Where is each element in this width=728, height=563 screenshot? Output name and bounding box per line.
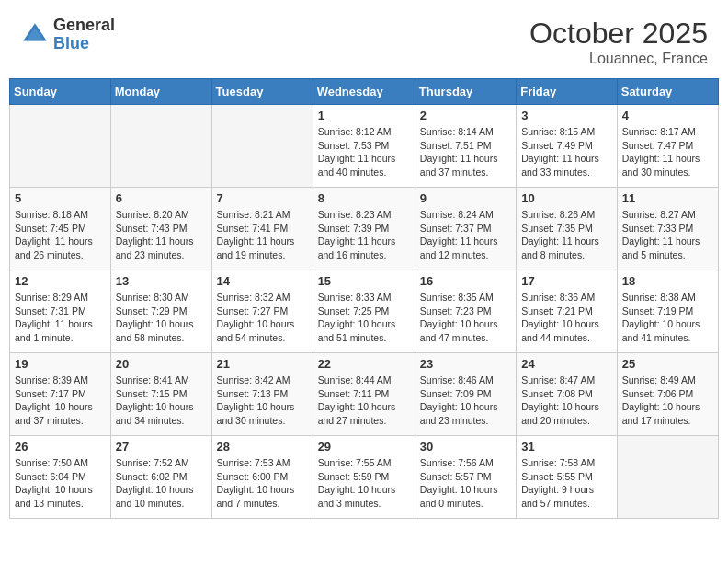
- day-number: 9: [420, 191, 511, 205]
- day-number: 15: [318, 274, 410, 288]
- day-info: Sunrise: 8:27 AMSunset: 7:33 PMDaylight:…: [622, 208, 713, 262]
- weekday-header-row: SundayMondayTuesdayWednesdayThursdayFrid…: [10, 79, 719, 105]
- day-number: 7: [217, 191, 308, 205]
- week-row-2: 5Sunrise: 8:18 AMSunset: 7:45 PMDaylight…: [10, 188, 719, 270]
- day-info: Sunrise: 8:15 AMSunset: 7:49 PMDaylight:…: [521, 125, 612, 179]
- page-header: General Blue October 2025 Louannec, Fran…: [9, 9, 719, 71]
- calendar-cell: 10Sunrise: 8:26 AMSunset: 7:35 PMDayligh…: [517, 188, 618, 270]
- day-info: Sunrise: 8:14 AMSunset: 7:51 PMDaylight:…: [420, 125, 511, 179]
- weekday-header-thursday: Thursday: [415, 79, 516, 105]
- day-info: Sunrise: 8:17 AMSunset: 7:47 PMDaylight:…: [622, 125, 713, 179]
- calendar-cell: [10, 105, 111, 188]
- day-info: Sunrise: 7:55 AMSunset: 5:59 PMDaylight:…: [318, 456, 410, 511]
- weekday-header-sunday: Sunday: [10, 79, 111, 105]
- calendar-cell: 30Sunrise: 7:56 AMSunset: 5:57 PMDayligh…: [415, 436, 516, 519]
- calendar-cell: 12Sunrise: 8:29 AMSunset: 7:31 PMDayligh…: [10, 270, 111, 353]
- day-info: Sunrise: 7:56 AMSunset: 5:57 PMDaylight:…: [420, 456, 511, 511]
- week-row-1: 1Sunrise: 8:12 AMSunset: 7:53 PMDaylight…: [10, 105, 719, 188]
- calendar-cell: 25Sunrise: 8:49 AMSunset: 7:06 PMDayligh…: [617, 353, 718, 436]
- day-info: Sunrise: 8:44 AMSunset: 7:11 PMDaylight:…: [318, 373, 410, 428]
- calendar-cell: 13Sunrise: 8:30 AMSunset: 7:29 PMDayligh…: [110, 270, 211, 353]
- day-number: 17: [521, 274, 612, 288]
- day-info: Sunrise: 8:32 AMSunset: 7:27 PMDaylight:…: [217, 291, 308, 345]
- day-number: 8: [318, 191, 410, 205]
- calendar-cell: [211, 105, 313, 188]
- day-info: Sunrise: 7:58 AMSunset: 5:55 PMDaylight:…: [521, 456, 612, 511]
- calendar-cell: 22Sunrise: 8:44 AMSunset: 7:11 PMDayligh…: [313, 353, 415, 436]
- calendar-cell: 4Sunrise: 8:17 AMSunset: 7:47 PMDaylight…: [617, 105, 718, 188]
- calendar-cell: 29Sunrise: 7:55 AMSunset: 5:59 PMDayligh…: [313, 436, 415, 519]
- day-number: 24: [521, 357, 612, 371]
- calendar-cell: 19Sunrise: 8:39 AMSunset: 7:17 PMDayligh…: [10, 353, 111, 436]
- day-info: Sunrise: 7:50 AMSunset: 6:04 PMDaylight:…: [15, 456, 106, 511]
- calendar-cell: 21Sunrise: 8:42 AMSunset: 7:13 PMDayligh…: [211, 353, 313, 436]
- day-info: Sunrise: 7:52 AMSunset: 6:02 PMDaylight:…: [116, 456, 207, 511]
- day-number: 10: [521, 191, 612, 205]
- day-info: Sunrise: 8:49 AMSunset: 7:06 PMDaylight:…: [622, 373, 713, 428]
- day-info: Sunrise: 8:12 AMSunset: 7:53 PMDaylight:…: [318, 125, 410, 179]
- day-number: 28: [217, 440, 308, 454]
- day-number: 20: [116, 357, 207, 371]
- day-info: Sunrise: 8:33 AMSunset: 7:25 PMDaylight:…: [318, 291, 410, 345]
- day-info: Sunrise: 8:41 AMSunset: 7:15 PMDaylight:…: [116, 373, 207, 428]
- calendar-cell: 6Sunrise: 8:20 AMSunset: 7:43 PMDaylight…: [110, 188, 211, 270]
- day-number: 21: [217, 357, 308, 371]
- day-number: 31: [521, 440, 612, 454]
- week-row-5: 26Sunrise: 7:50 AMSunset: 6:04 PMDayligh…: [10, 436, 719, 519]
- calendar-cell: [110, 105, 211, 188]
- day-number: 25: [622, 357, 713, 371]
- calendar-table: SundayMondayTuesdayWednesdayThursdayFrid…: [9, 78, 719, 519]
- day-number: 11: [622, 191, 713, 205]
- weekday-header-friday: Friday: [517, 79, 618, 105]
- day-info: Sunrise: 8:30 AMSunset: 7:29 PMDaylight:…: [116, 291, 207, 345]
- day-number: 18: [622, 274, 713, 288]
- calendar-cell: 26Sunrise: 7:50 AMSunset: 6:04 PMDayligh…: [10, 436, 111, 519]
- calendar-cell: 5Sunrise: 8:18 AMSunset: 7:45 PMDaylight…: [10, 188, 111, 270]
- day-number: 2: [420, 109, 511, 122]
- day-info: Sunrise: 8:26 AMSunset: 7:35 PMDaylight:…: [521, 208, 612, 262]
- calendar-cell: 27Sunrise: 7:52 AMSunset: 6:02 PMDayligh…: [110, 436, 211, 519]
- week-row-4: 19Sunrise: 8:39 AMSunset: 7:17 PMDayligh…: [10, 353, 719, 436]
- day-info: Sunrise: 8:23 AMSunset: 7:39 PMDaylight:…: [318, 208, 410, 262]
- calendar-cell: 31Sunrise: 7:58 AMSunset: 5:55 PMDayligh…: [517, 436, 618, 519]
- day-number: 1: [318, 109, 410, 122]
- weekday-header-tuesday: Tuesday: [211, 79, 313, 105]
- day-info: Sunrise: 8:29 AMSunset: 7:31 PMDaylight:…: [15, 291, 106, 345]
- day-info: Sunrise: 8:36 AMSunset: 7:21 PMDaylight:…: [521, 291, 612, 345]
- week-row-3: 12Sunrise: 8:29 AMSunset: 7:31 PMDayligh…: [10, 270, 719, 353]
- day-number: 13: [116, 274, 207, 288]
- calendar-cell: 28Sunrise: 7:53 AMSunset: 6:00 PMDayligh…: [211, 436, 313, 519]
- calendar-cell: 17Sunrise: 8:36 AMSunset: 7:21 PMDayligh…: [517, 270, 618, 353]
- month-title: October 2025: [529, 17, 708, 51]
- day-number: 27: [116, 440, 207, 454]
- calendar-cell: 24Sunrise: 8:47 AMSunset: 7:08 PMDayligh…: [517, 353, 618, 436]
- day-number: 19: [15, 357, 106, 371]
- calendar-cell: 3Sunrise: 8:15 AMSunset: 7:49 PMDaylight…: [517, 105, 618, 188]
- calendar-cell: 23Sunrise: 8:46 AMSunset: 7:09 PMDayligh…: [415, 353, 516, 436]
- day-info: Sunrise: 8:24 AMSunset: 7:37 PMDaylight:…: [420, 208, 511, 262]
- day-number: 14: [217, 274, 308, 288]
- calendar-cell: 14Sunrise: 8:32 AMSunset: 7:27 PMDayligh…: [211, 270, 313, 353]
- day-info: Sunrise: 8:21 AMSunset: 7:41 PMDaylight:…: [217, 208, 308, 262]
- calendar-cell: 9Sunrise: 8:24 AMSunset: 7:37 PMDaylight…: [415, 188, 516, 270]
- calendar-cell: 11Sunrise: 8:27 AMSunset: 7:33 PMDayligh…: [617, 188, 718, 270]
- day-info: Sunrise: 8:18 AMSunset: 7:45 PMDaylight:…: [15, 208, 106, 262]
- day-number: 3: [521, 109, 612, 122]
- calendar-cell: 15Sunrise: 8:33 AMSunset: 7:25 PMDayligh…: [313, 270, 415, 353]
- title-block: October 2025 Louannec, France: [529, 17, 708, 67]
- day-info: Sunrise: 8:20 AMSunset: 7:43 PMDaylight:…: [116, 208, 207, 262]
- day-number: 29: [318, 440, 410, 454]
- weekday-header-wednesday: Wednesday: [313, 79, 415, 105]
- day-number: 23: [420, 357, 511, 371]
- day-info: Sunrise: 8:42 AMSunset: 7:13 PMDaylight:…: [217, 373, 308, 428]
- day-number: 30: [420, 440, 511, 454]
- logo-icon: [20, 20, 50, 50]
- day-info: Sunrise: 8:46 AMSunset: 7:09 PMDaylight:…: [420, 373, 511, 428]
- day-number: 4: [622, 109, 713, 122]
- day-number: 6: [116, 191, 207, 205]
- day-number: 26: [15, 440, 106, 454]
- day-info: Sunrise: 8:39 AMSunset: 7:17 PMDaylight:…: [15, 373, 106, 428]
- day-number: 16: [420, 274, 511, 288]
- day-info: Sunrise: 8:47 AMSunset: 7:08 PMDaylight:…: [521, 373, 612, 428]
- calendar-cell: 20Sunrise: 8:41 AMSunset: 7:15 PMDayligh…: [110, 353, 211, 436]
